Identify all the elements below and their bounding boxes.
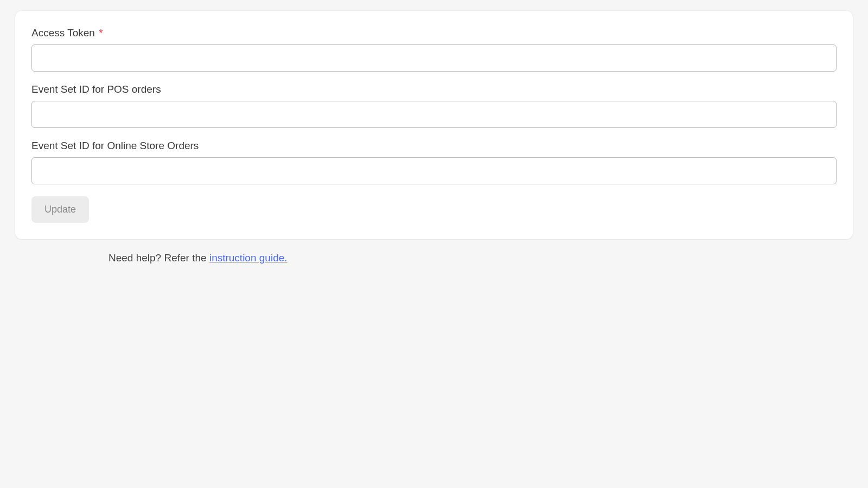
instruction-guide-link[interactable]: instruction guide. <box>209 252 288 264</box>
settings-card: Access Token * Event Set ID for POS orde… <box>15 11 853 239</box>
event-set-online-input[interactable] <box>31 157 837 184</box>
event-set-pos-input[interactable] <box>31 101 837 128</box>
event-set-pos-group: Event Set ID for POS orders <box>31 84 837 128</box>
access-token-group: Access Token * <box>31 27 837 72</box>
event-set-online-label: Event Set ID for Online Store Orders <box>31 140 837 152</box>
help-text: Need help? Refer the instruction guide. <box>108 252 868 264</box>
access-token-label-text: Access Token <box>31 27 95 38</box>
required-asterisk-icon: * <box>99 27 103 38</box>
help-prefix: Need help? Refer the <box>108 252 209 264</box>
access-token-input[interactable] <box>31 44 837 72</box>
update-button[interactable]: Update <box>31 196 89 223</box>
event-set-online-group: Event Set ID for Online Store Orders <box>31 140 837 184</box>
access-token-label: Access Token * <box>31 27 837 39</box>
event-set-pos-label: Event Set ID for POS orders <box>31 84 837 95</box>
